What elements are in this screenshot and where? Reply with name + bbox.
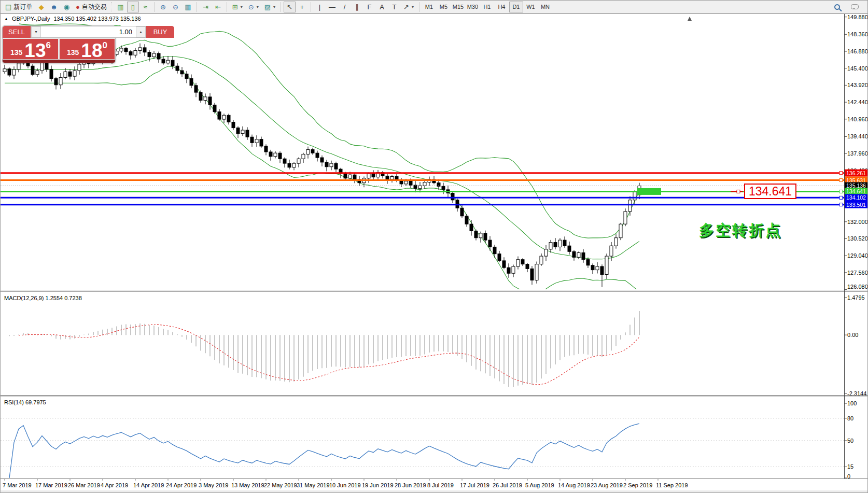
- highlight-segment[interactable]: [637, 188, 661, 195]
- arrows-button[interactable]: ↗▾: [401, 2, 416, 12]
- candle: [358, 176, 361, 186]
- chart-shift-icon: ⇤: [215, 4, 221, 10]
- arrows-icon: ↗: [403, 4, 409, 10]
- vertical-line-button[interactable]: |: [314, 2, 326, 12]
- callout-handle: [737, 190, 740, 193]
- timeframe-h4-button[interactable]: H4: [495, 2, 509, 12]
- svg-text:24 Apr 2019: 24 Apr 2019: [166, 482, 197, 488]
- horizontal-line-button[interactable]: —: [326, 2, 338, 12]
- svg-text:146.880: 146.880: [847, 48, 868, 54]
- candle: [512, 264, 515, 277]
- candle: [185, 71, 188, 83]
- svg-text:7 Mar 2019: 7 Mar 2019: [3, 482, 32, 488]
- svg-text:139.440: 139.440: [847, 133, 868, 139]
- text-icon: A: [380, 4, 384, 10]
- sell-price[interactable]: 135 13 6: [3, 39, 58, 59]
- candlestick-chart-button[interactable]: ▯: [127, 2, 139, 12]
- price-axis[interactable]: 149.880148.360146.880145.400143.920142.4…: [844, 14, 868, 290]
- candle: [31, 64, 34, 76]
- chart-canvas[interactable]: 149.880148.360146.880145.400143.920142.4…: [1, 1, 868, 493]
- candle: [162, 56, 165, 64]
- metaeditor-button[interactable]: ◆: [35, 2, 47, 12]
- chat-button[interactable]: [848, 2, 861, 12]
- volume-increase-button[interactable]: ▴: [136, 26, 146, 37]
- channel-button[interactable]: ∥: [351, 2, 363, 12]
- search-button[interactable]: [831, 2, 843, 12]
- horizontal-line-icon: —: [329, 4, 335, 10]
- auto-scroll-button[interactable]: ⇥: [200, 2, 212, 12]
- autotrading-icon: ●: [76, 4, 80, 10]
- volume-decrease-button[interactable]: ▾: [31, 26, 41, 37]
- crosshair-icon: +: [300, 4, 304, 10]
- cursor-tool-button[interactable]: ↖: [284, 2, 296, 12]
- timeframe-w1-button[interactable]: W1: [524, 2, 538, 12]
- tile-windows-button[interactable]: ▦: [182, 2, 194, 12]
- crosshair-tool-button[interactable]: +: [296, 2, 308, 12]
- candle: [619, 223, 622, 240]
- buy-button[interactable]: BUY: [146, 26, 174, 38]
- timeframe-m15-button[interactable]: M15: [451, 2, 465, 12]
- svg-text:3 May 2019: 3 May 2019: [199, 482, 228, 488]
- bar-chart-button[interactable]: ▥: [115, 2, 127, 12]
- timeframe-mn-button[interactable]: MN: [538, 2, 552, 12]
- candle: [395, 174, 398, 182]
- timeframe-m5-button[interactable]: M5: [437, 2, 451, 12]
- date-axis[interactable]: 7 Mar 201917 Mar 201926 Mar 20194 Apr 20…: [3, 478, 688, 488]
- candle: [68, 69, 72, 79]
- text-label-button[interactable]: T: [388, 2, 400, 12]
- autotrading-button[interactable]: ● 自动交易: [73, 2, 109, 12]
- line-chart-button[interactable]: ≈: [139, 2, 151, 12]
- candle: [73, 66, 76, 80]
- price-lines[interactable]: [1, 172, 844, 206]
- collapse-arrow-icon[interactable]: ▲: [4, 17, 8, 21]
- svg-text:137.960: 137.960: [847, 150, 868, 157]
- indicators-button[interactable]: ⊞▾: [230, 2, 245, 12]
- candle: [591, 263, 594, 274]
- chart-shift-button[interactable]: ⇤: [212, 2, 224, 12]
- fibonacci-icon: F: [368, 4, 372, 10]
- trendline-button[interactable]: /: [339, 2, 351, 12]
- profile-button[interactable]: ☻: [48, 2, 60, 12]
- buy-price[interactable]: 135 18 0: [60, 39, 115, 59]
- buy-price-figure: 135: [67, 48, 79, 57]
- candle: [227, 114, 230, 124]
- candle: [232, 120, 235, 130]
- timeframe-h1-button[interactable]: H1: [480, 2, 494, 12]
- candle: [250, 135, 254, 147]
- periods-button[interactable]: ⊙▾: [246, 2, 261, 12]
- tile-windows-icon: ▦: [185, 4, 191, 10]
- svg-text:14 Apr 2019: 14 Apr 2019: [133, 482, 164, 488]
- svg-text:2 Sep 2019: 2 Sep 2019: [623, 482, 652, 488]
- sell-button[interactable]: SELL: [3, 26, 31, 38]
- timeframe-m30-button[interactable]: M30: [466, 2, 480, 12]
- buy-price-pips: 18: [81, 43, 102, 59]
- rsi-axis: 1008050150: [844, 400, 857, 480]
- chevron-down-icon: ▾: [241, 5, 243, 9]
- candle: [222, 114, 226, 123]
- zoom-out-button[interactable]: ⊖: [170, 2, 181, 12]
- indicators-icon: ⊞: [232, 4, 238, 10]
- candle: [120, 46, 123, 53]
- ohlc-values: 134.350 135.402 133.973 135.136: [53, 16, 141, 22]
- rsi-value: 69.7975: [25, 399, 46, 405]
- candle: [64, 68, 67, 79]
- candle: [628, 196, 632, 216]
- candle: [330, 161, 333, 171]
- candle: [283, 158, 286, 168]
- channel-icon: ∥: [355, 4, 359, 10]
- text-tool-button[interactable]: A: [376, 2, 388, 12]
- chinese-annotation[interactable]: 多空转折点: [699, 220, 782, 241]
- candle: [423, 180, 426, 189]
- volume-input[interactable]: [41, 26, 136, 37]
- timeframe-m1-button[interactable]: M1: [422, 2, 436, 12]
- timeframe-d1-button[interactable]: D1: [509, 2, 523, 12]
- fibonacci-button[interactable]: F: [363, 2, 375, 12]
- templates-button[interactable]: ▨▾: [262, 2, 278, 12]
- zoom-in-button[interactable]: ⊕: [157, 2, 169, 12]
- candle: [563, 236, 566, 248]
- candle: [208, 93, 212, 110]
- price-callout-label[interactable]: 134.641: [744, 184, 796, 199]
- search-icon: [834, 4, 840, 10]
- signals-button[interactable]: ◉: [61, 2, 73, 12]
- new-order-button[interactable]: ▤ 新订单: [3, 2, 35, 12]
